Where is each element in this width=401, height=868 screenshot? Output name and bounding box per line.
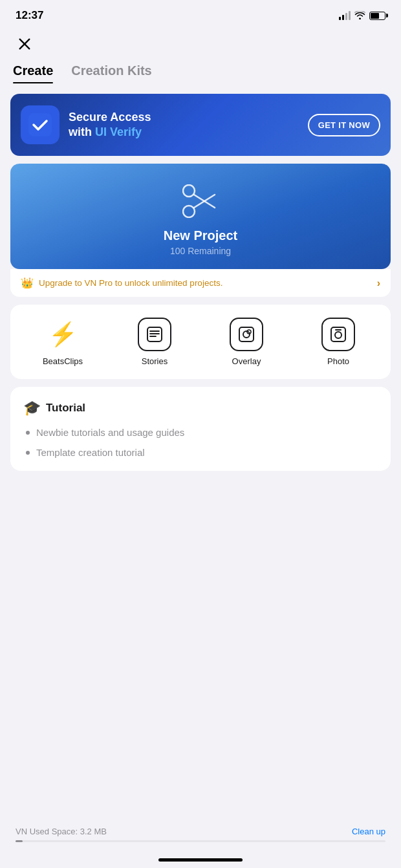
main-content: Secure Access with UI Verify GET IT NOW …: [0, 94, 401, 471]
tab-create[interactable]: Create: [13, 63, 53, 83]
ad-cta-button[interactable]: GET IT NOW: [308, 114, 380, 136]
footer: VN Used Space: 3.2 MB Clean up: [0, 827, 401, 842]
status-icons: [339, 10, 385, 21]
tutorial-title: Tutorial: [46, 402, 85, 415]
list-item[interactable]: Template creation tutorial: [26, 447, 378, 458]
svg-rect-11: [239, 327, 254, 342]
svg-point-12: [243, 331, 250, 338]
status-time: 12:37: [16, 9, 43, 22]
svg-point-3: [183, 206, 195, 217]
svg-point-15: [335, 332, 341, 338]
scissors-icon: [23, 184, 378, 221]
new-project-title: New Project: [23, 228, 378, 243]
tutorial-header: 🎓 Tutorial: [23, 400, 378, 417]
lightning-icon: ⚡: [46, 318, 80, 351]
overlay-label: Overlay: [232, 356, 261, 366]
ad-title: Secure Access with UI Verify: [69, 110, 299, 140]
beats-clips-label: BeatsClips: [43, 356, 83, 366]
svg-rect-2: [28, 113, 52, 136]
tutorial-card: 🎓 Tutorial Newbie tutorials and usage gu…: [10, 387, 391, 471]
ad-text: Secure Access with UI Verify: [69, 110, 299, 140]
crown-icon: 👑: [21, 277, 34, 289]
status-bar: 12:37: [0, 0, 401, 26]
svg-rect-7: [147, 327, 162, 342]
storage-bar: [16, 840, 385, 842]
quick-actions-card: ⚡ BeatsClips Stories: [10, 305, 391, 379]
ad-banner[interactable]: Secure Access with UI Verify GET IT NOW: [10, 94, 391, 156]
action-beats-clips[interactable]: ⚡ BeatsClips: [17, 318, 109, 366]
action-photo[interactable]: Photo: [292, 318, 384, 366]
upgrade-bar[interactable]: 👑 Upgrade to VN Pro to unlock unlimited …: [10, 269, 391, 297]
stories-icon: [138, 318, 171, 351]
new-project-card[interactable]: New Project 100 Remaining: [10, 164, 391, 269]
list-item[interactable]: Newbie tutorials and usage guides: [26, 427, 378, 438]
chevron-right-icon: ›: [377, 277, 380, 289]
new-project-subtitle: 100 Remaining: [23, 246, 378, 256]
storage-bar-fill: [16, 840, 23, 842]
storage-row: VN Used Space: 3.2 MB Clean up: [16, 827, 385, 836]
close-button[interactable]: [13, 32, 36, 56]
overlay-icon: [230, 318, 263, 351]
bullet-icon: [26, 451, 30, 455]
action-overlay[interactable]: Overlay: [200, 318, 292, 366]
header: [0, 26, 401, 56]
tutorial-list: Newbie tutorials and usage guides Templa…: [23, 427, 378, 458]
graduation-cap-icon: 🎓: [23, 400, 41, 417]
action-stories[interactable]: Stories: [109, 318, 200, 366]
wifi-icon: [354, 10, 365, 21]
photo-label: Photo: [327, 356, 349, 366]
storage-text: VN Used Space: 3.2 MB: [16, 827, 107, 836]
ad-app-icon: [21, 105, 60, 144]
cleanup-button[interactable]: Clean up: [352, 827, 385, 836]
home-indicator: [158, 858, 243, 862]
photo-icon: [321, 318, 355, 351]
signal-icon: [339, 11, 351, 20]
tab-creation-kits[interactable]: Creation Kits: [71, 63, 151, 83]
svg-point-4: [183, 185, 195, 197]
battery-icon: [369, 12, 385, 20]
stories-label: Stories: [142, 356, 168, 366]
bullet-icon: [26, 431, 30, 435]
tabs-container: Create Creation Kits: [0, 63, 401, 83]
upgrade-text: 👑 Upgrade to VN Pro to unlock unlimited …: [21, 277, 222, 289]
